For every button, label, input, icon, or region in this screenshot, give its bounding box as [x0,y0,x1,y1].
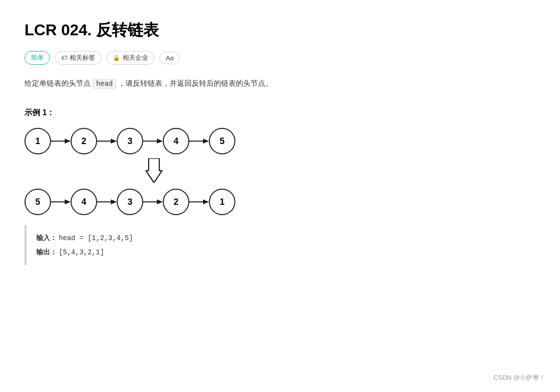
page-title: LCR 024. 反转链表 [25,20,535,41]
example1-label: 示例 1： [25,108,535,118]
lock-icon: 🔒 [113,54,120,61]
head-code: head [93,79,116,89]
tags-row: 简单 🏷 相关标签 🔒 相关企业 Aα [25,51,535,65]
diagram-container: 1 2 3 4 [25,128,535,215]
bottom-node-4: 4 [71,189,97,215]
svg-marker-5 [157,139,163,144]
svg-marker-1 [65,139,71,144]
svg-marker-10 [65,199,71,204]
arrow-3-4 [143,136,163,146]
svg-marker-12 [111,199,117,204]
bottom-node-1: 1 [209,189,235,215]
bottom-arrow-3-2 [143,197,163,207]
bottom-node-2: 2 [163,189,189,215]
description-prefix: 给定单链表的头节点 [25,79,93,87]
bottom-arrow-4-3 [97,197,117,207]
output-line: 输出： [5,4,3,2,1] [36,245,526,259]
tag-related-companies-label: 相关企业 [123,53,148,62]
bottom-list-row: 5 4 3 2 [25,189,235,215]
top-node-5: 5 [209,128,235,154]
example-box: 输入： head = [1,2,3,4,5] 输出： [5,4,3,2,1] [25,225,535,265]
svg-marker-7 [203,139,209,144]
top-node-3: 3 [117,128,143,154]
tag-difficulty-label: 简单 [31,53,44,62]
svg-marker-3 [111,139,117,144]
svg-marker-8 [146,158,162,183]
tag-difficulty[interactable]: 简单 [25,51,50,65]
description: 给定单链表的头节点 head ，请反转链表，并返回反转后的链表的头节点。 [25,76,535,90]
input-value: head = [1,2,3,4,5] [59,234,133,242]
down-arrow [145,158,163,185]
tag-font[interactable]: Aα [159,52,180,64]
top-list-row: 1 2 3 4 [25,128,235,154]
top-node-1: 1 [25,128,51,154]
arrow-4-5 [189,136,209,146]
bottom-arrow-2-1 [189,197,209,207]
bottom-node-3: 3 [117,189,143,215]
output-value: [5,4,3,2,1] [59,248,104,256]
input-label: 输入： [36,234,57,242]
top-node-4: 4 [163,128,189,154]
svg-marker-14 [157,199,163,204]
description-suffix: ，请反转链表，并返回反转后的链表的头节点。 [116,79,273,87]
down-arrow-wrapper [145,158,163,185]
tag-font-label: Aα [166,54,174,62]
arrow-2-3 [97,136,117,146]
bottom-arrow-5-4 [51,197,71,207]
input-line: 输入： head = [1,2,3,4,5] [36,231,526,245]
tag-related-tags[interactable]: 🏷 相关标签 [55,51,102,65]
svg-marker-16 [203,199,209,204]
tag-related-companies[interactable]: 🔒 相关企业 [106,51,154,65]
output-label: 输出： [36,248,57,256]
tag-related-tags-label: 相关标签 [70,53,95,62]
bottom-node-5: 5 [25,189,51,215]
tag-icon: 🏷 [61,54,67,61]
arrow-1-2 [51,136,71,146]
top-node-2: 2 [71,128,97,154]
